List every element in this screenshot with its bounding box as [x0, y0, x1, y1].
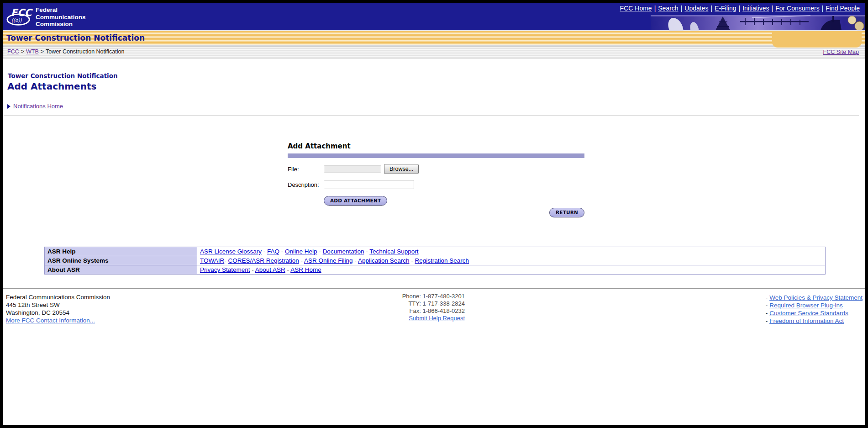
footer-address-lines: Federal Communications Commission445 12t… [6, 294, 110, 317]
header-nav-link-find-people[interactable]: Find People [826, 5, 860, 12]
policy-dash: - [766, 302, 768, 309]
footer-address-line: 445 12th Street SW [6, 301, 110, 309]
fcc-logo-org-name: Federal Communications Commission [36, 5, 86, 28]
arrow-bullet-icon [7, 104, 11, 109]
nav-separator: | [681, 5, 683, 12]
site-header: ((o)) FCC Federal Communications Commiss… [3, 3, 865, 30]
footer-policy-row: -Freedom of Information Act [766, 317, 863, 325]
help-table-category: ASR Online Systems [45, 256, 197, 265]
page: ((o)) FCC Federal Communications Commiss… [3, 3, 865, 425]
link-asr-home[interactable]: ASR Home [290, 266, 321, 273]
breadcrumb-link-wtb[interactable]: WTB [26, 48, 39, 55]
footer-phone: Phone: 1-877-480-3201 [345, 293, 465, 300]
file-input[interactable] [324, 165, 381, 173]
file-label: File: [288, 166, 324, 173]
submit-help-request-link[interactable]: Submit Help Request [409, 315, 465, 322]
footer-link-customer-service-standards[interactable]: Customer Service Standards [769, 310, 848, 317]
nav-separator: | [739, 5, 741, 12]
footer-address-line: Washington, DC 20554 [6, 309, 110, 317]
footer: Federal Communications Commission445 12t… [3, 288, 865, 329]
add-attachment-form: Add Attachment File: Browse... Descripti… [288, 142, 584, 217]
footer-policy-row: -Customer Service Standards [766, 309, 863, 317]
logo-line: Communications [36, 14, 86, 21]
link-separator: - [224, 257, 228, 264]
policy-dash: - [766, 310, 768, 317]
link-separator: - [317, 248, 323, 255]
horizontal-divider [4, 116, 859, 116]
footer-contact: Phone: 1-877-480-3201 TTY: 1-717-338-282… [345, 293, 465, 322]
help-table-row-asr-help: ASR HelpASR License Glossary - FAQ - Onl… [45, 247, 826, 256]
link-about-asr[interactable]: About ASR [255, 266, 285, 273]
footer-address-line: Federal Communications Commission [6, 294, 110, 301]
fcc-logo-fcc-text: FCC [11, 7, 33, 18]
fcc-logo-icon: ((o)) FCC [6, 5, 33, 27]
footer-tty: TTY: 1-717-338-2824 [345, 300, 465, 307]
header-nav-link-fcc-home[interactable]: FCC Home [620, 5, 652, 12]
header-nav-link-initiatives[interactable]: Initiatives [742, 5, 769, 12]
breadcrumb-separator: > [41, 48, 44, 55]
link-separator: - [279, 248, 285, 255]
link-technical-support[interactable]: Technical Support [369, 248, 418, 255]
footer-link-required-browser-plug-ins[interactable]: Required Browser Plug-ins [769, 302, 843, 309]
footer-policy-links: -Web Policies & Privacy Statement-Requir… [766, 294, 863, 325]
banner-title: Tower Construction Notification [3, 31, 145, 45]
form-title: Add Attachment [288, 142, 584, 150]
policy-dash: - [766, 294, 768, 301]
breadcrumb-current: Tower Construction Notification [46, 48, 124, 55]
fcc-site-map-link[interactable]: FCC Site Map [823, 46, 859, 58]
header-decorative-image [651, 15, 865, 30]
description-row: Description: [288, 180, 584, 189]
footer-link-freedom-of-information-act[interactable]: Freedom of Information Act [769, 317, 844, 324]
header-nav-link-for-consumers[interactable]: For Consumers [775, 5, 819, 12]
nav-separator: | [772, 5, 773, 12]
description-label: Description: [288, 181, 324, 188]
description-input[interactable] [324, 180, 414, 189]
link-separator: - [364, 248, 369, 255]
return-button[interactable]: RETURN [549, 208, 584, 217]
header-nav-link-updates[interactable]: Updates [684, 5, 708, 12]
footer-link-web-policies-privacy-statement[interactable]: Web Policies & Privacy Statement [769, 294, 863, 301]
link-privacy-statement[interactable]: Privacy Statement [200, 266, 250, 273]
asr-help-table: ASR HelpASR License Glossary - FAQ - Onl… [44, 247, 826, 275]
help-table-row-asr-online-systems: ASR Online SystemsTOWAIR- CORES/ASR Regi… [45, 256, 826, 265]
return-button-row: RETURN [288, 208, 584, 217]
header-nav-link-search[interactable]: Search [658, 5, 678, 12]
link-separator: - [250, 266, 255, 273]
help-table-links: Privacy Statement - About ASR - ASR Home [197, 265, 826, 275]
help-table-category: About ASR [45, 265, 197, 275]
more-fcc-contact-link[interactable]: More FCC Contact Information... [6, 317, 95, 324]
file-row: File: Browse... [288, 164, 584, 174]
link-application-search[interactable]: Application Search [358, 257, 410, 264]
link-separator: - [285, 266, 290, 273]
link-separator: - [299, 257, 304, 264]
section-banner: Tower Construction Notification [3, 30, 865, 45]
link-faq[interactable]: FAQ [267, 248, 279, 255]
link-separator: - [262, 248, 267, 255]
link-online-help[interactable]: Online Help [285, 248, 317, 255]
logo-line: Federal [36, 6, 86, 14]
footer-policy-row: -Web Policies & Privacy Statement [766, 294, 863, 301]
link-towair[interactable]: TOWAIR [200, 257, 224, 264]
breadcrumb-separator: > [21, 48, 24, 55]
link-separator: - [409, 257, 415, 264]
link-asr-license-glossary[interactable]: ASR License Glossary [200, 248, 262, 255]
browse-button[interactable]: Browse... [384, 164, 419, 174]
add-attachment-button[interactable]: ADD ATTACHMENT [324, 196, 387, 206]
link-cores-asr-registration[interactable]: CORES/ASR Registration [228, 257, 299, 264]
notifications-home-row: Notifications Home [7, 103, 865, 110]
help-table-row-about-asr: About ASRPrivacy Statement - About ASR -… [45, 265, 826, 275]
fcc-logo[interactable]: ((o)) FCC Federal Communications Commiss… [6, 5, 86, 28]
form-accent-bar [288, 153, 584, 158]
link-asr-online-filing[interactable]: ASR Online Filing [304, 257, 353, 264]
breadcrumb: FCC>WTB>Tower Construction Notification … [3, 45, 865, 58]
breadcrumb-link-fcc[interactable]: FCC [7, 48, 19, 55]
header-nav-link-e-filing[interactable]: E-Filing [715, 5, 736, 12]
link-registration-search[interactable]: Registration Search [415, 257, 469, 264]
footer-address: Federal Communications Commission445 12t… [6, 294, 110, 325]
footer-fax: Fax: 1-866-418-0232 [345, 307, 465, 315]
notifications-home-link[interactable]: Notifications Home [13, 103, 63, 110]
link-documentation[interactable]: Documentation [323, 248, 364, 255]
help-table-links: ASR License Glossary - FAQ - Online Help… [197, 247, 826, 256]
nav-separator: | [654, 5, 656, 12]
page-subtitle: Tower Construction Notification [8, 72, 865, 79]
